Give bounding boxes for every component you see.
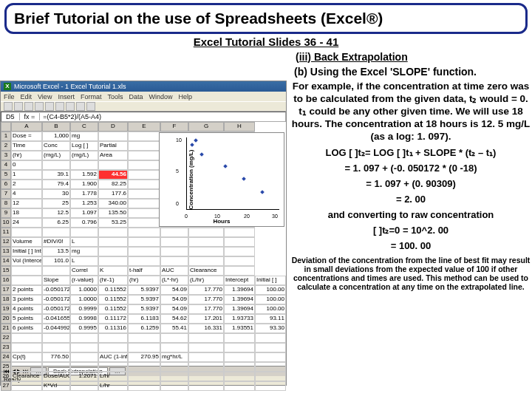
- cell[interactable]: [188, 237, 224, 247]
- cell[interactable]: (hr): [11, 151, 42, 160]
- row-header[interactable]: 11: [1, 228, 11, 237]
- toolbar-button[interactable]: [76, 102, 85, 111]
- cell[interactable]: [98, 247, 128, 256]
- row-header[interactable]: 23: [1, 343, 11, 352]
- cell[interactable]: -0.044992: [42, 324, 70, 333]
- cell[interactable]: [188, 228, 224, 237]
- cell[interactable]: 1: [11, 170, 42, 180]
- cell[interactable]: 776.50: [42, 352, 70, 362]
- cell[interactable]: 54.62: [160, 314, 188, 324]
- cell[interactable]: [224, 362, 255, 372]
- cell[interactable]: [128, 180, 160, 189]
- cell[interactable]: [160, 228, 188, 237]
- row-header[interactable]: 16: [1, 276, 11, 285]
- cell[interactable]: 1.93551: [224, 324, 255, 333]
- col-header[interactable]: B: [42, 122, 70, 132]
- cell[interactable]: mg: [70, 132, 98, 141]
- cell[interactable]: [255, 343, 286, 352]
- cell[interactable]: 135.50: [98, 208, 128, 218]
- cell[interactable]: 1.097: [70, 208, 98, 218]
- cell[interactable]: [42, 333, 70, 343]
- cell[interactable]: 0.11552: [98, 285, 128, 295]
- cell[interactable]: 93.11: [255, 314, 286, 324]
- cell[interactable]: [42, 160, 70, 170]
- cell[interactable]: [128, 228, 160, 237]
- cell[interactable]: [98, 132, 128, 141]
- cell[interactable]: Vol (Intercept): [11, 256, 42, 266]
- cell[interactable]: 54.09: [160, 304, 188, 314]
- row-header[interactable]: 19: [1, 304, 11, 314]
- cell[interactable]: 4 points: [11, 304, 42, 314]
- cell[interactable]: 0.11316: [98, 324, 128, 333]
- cell[interactable]: 25: [42, 199, 70, 208]
- cell[interactable]: (mg/L): [70, 151, 98, 160]
- cell[interactable]: Area: [98, 151, 128, 160]
- cell[interactable]: 0.11552: [98, 304, 128, 314]
- row-header[interactable]: 14: [1, 256, 11, 266]
- cell[interactable]: [128, 372, 160, 381]
- cell[interactable]: 1,000: [42, 132, 70, 141]
- cell[interactable]: [42, 362, 70, 372]
- cell[interactable]: 5.9397: [128, 285, 160, 295]
- cell[interactable]: [188, 247, 224, 256]
- cell[interactable]: 0.9995: [70, 324, 98, 333]
- cell[interactable]: AUC: [160, 266, 188, 276]
- cell[interactable]: -0.041655: [42, 314, 70, 324]
- cell[interactable]: 0.11552: [98, 295, 128, 304]
- cell[interactable]: [255, 352, 286, 362]
- cell[interactable]: [128, 256, 160, 266]
- cell[interactable]: 101.0: [42, 256, 70, 266]
- cell[interactable]: 17.770: [188, 285, 224, 295]
- toolbar-button[interactable]: [14, 102, 23, 111]
- cell[interactable]: Dose/AUC: [42, 372, 70, 381]
- cell[interactable]: [11, 333, 42, 343]
- cell[interactable]: 12.5: [42, 208, 70, 218]
- cell[interactable]: 1.253: [70, 199, 98, 208]
- cell[interactable]: [224, 228, 255, 237]
- menu-insert[interactable]: Insert: [58, 93, 75, 100]
- cell[interactable]: [255, 362, 286, 372]
- row-header[interactable]: 7: [1, 189, 11, 199]
- cell[interactable]: 17.770: [188, 304, 224, 314]
- cell[interactable]: [160, 256, 188, 266]
- cell[interactable]: Clearance: [11, 372, 42, 381]
- menu-window[interactable]: Window: [149, 93, 172, 100]
- cell[interactable]: (hr-1): [98, 276, 128, 285]
- cell[interactable]: Cp(t): [11, 352, 42, 362]
- name-box[interactable]: D5: [1, 113, 20, 120]
- cell[interactable]: Volume: [11, 237, 42, 247]
- cell[interactable]: 54.09: [160, 295, 188, 304]
- formula-input[interactable]: =(C4-B5*2)/(A5-A4): [40, 113, 101, 120]
- cell[interactable]: L/hr: [98, 381, 128, 391]
- cell[interactable]: [224, 381, 255, 391]
- cell[interactable]: [98, 228, 128, 237]
- embedded-chart[interactable]: Concentration (mg/L) 10 5 0 0 10 20 30 H…: [159, 132, 284, 227]
- cell[interactable]: Slope: [42, 276, 70, 285]
- cell[interactable]: [128, 343, 160, 352]
- cell[interactable]: [224, 247, 255, 256]
- toolbar-button[interactable]: [45, 102, 54, 111]
- cell[interactable]: (L/hr): [188, 276, 224, 285]
- cell[interactable]: L: [70, 256, 98, 266]
- cell[interactable]: [160, 372, 188, 381]
- cell[interactable]: Partial: [98, 141, 128, 151]
- menu-file[interactable]: File: [4, 93, 15, 100]
- cell[interactable]: [11, 381, 42, 391]
- row-header[interactable]: 10: [1, 218, 11, 228]
- toolbar-button[interactable]: [4, 102, 13, 111]
- cell[interactable]: [160, 247, 188, 256]
- row-header[interactable]: 12: [1, 237, 11, 247]
- cell[interactable]: [70, 160, 98, 170]
- row-header[interactable]: 6: [1, 180, 11, 189]
- cell[interactable]: mg*hr/L: [160, 352, 188, 362]
- cell[interactable]: 13.5: [42, 247, 70, 256]
- cell[interactable]: [188, 333, 224, 343]
- cell[interactable]: -0.050172: [42, 295, 70, 304]
- cell[interactable]: [98, 160, 128, 170]
- cell[interactable]: #DIV/0!: [42, 237, 70, 247]
- row-header[interactable]: 4: [1, 160, 11, 170]
- cell[interactable]: 6.1183: [128, 314, 160, 324]
- cell[interactable]: 100.00: [255, 295, 286, 304]
- cell[interactable]: [160, 381, 188, 391]
- cell[interactable]: [128, 218, 160, 228]
